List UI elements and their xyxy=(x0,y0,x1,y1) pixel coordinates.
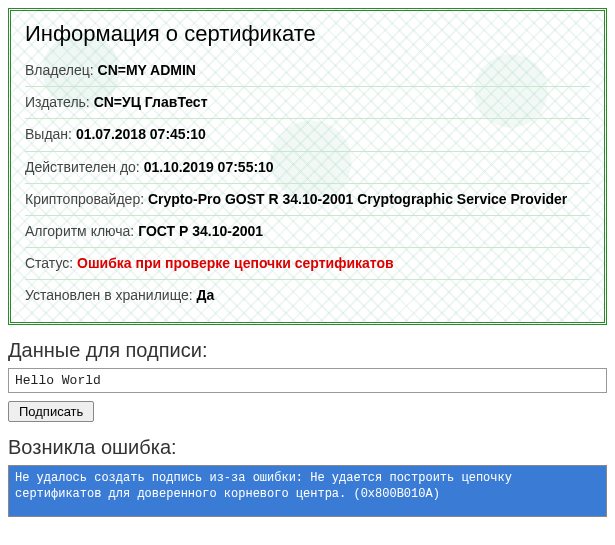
status-field: Статус: Ошибка при проверке цепочки серт… xyxy=(25,248,590,280)
error-heading: Возникла ошибка: xyxy=(8,436,607,459)
installed-field: Установлен в хранилище: Да xyxy=(25,280,590,311)
certificate-title: Информация о сертификате xyxy=(25,21,590,47)
owner-label: Владелец: xyxy=(25,62,98,78)
sign-data-heading: Данные для подписи: xyxy=(8,339,607,362)
issuer-field: Издатель: CN=УЦ ГлавТест xyxy=(25,87,590,119)
issued-field: Выдан: 01.07.2018 07:45:10 xyxy=(25,119,590,151)
valid-to-value: 01.10.2019 07:55:10 xyxy=(144,159,274,175)
status-label: Статус: xyxy=(25,255,77,271)
sign-data-input[interactable] xyxy=(8,368,607,393)
issuer-label: Издатель: xyxy=(25,94,94,110)
provider-field: Криптопровайдер: Crypto-Pro GOST R 34.10… xyxy=(25,184,590,216)
algo-value: ГОСТ Р 34.10-2001 xyxy=(138,223,263,239)
provider-value: Crypto-Pro GOST R 34.10-2001 Cryptograph… xyxy=(148,191,567,207)
valid-to-field: Действителен до: 01.10.2019 07:55:10 xyxy=(25,152,590,184)
error-output[interactable]: Не удалось создать подпись из-за ошибки:… xyxy=(8,465,607,517)
issuer-value: CN=УЦ ГлавТест xyxy=(94,94,208,110)
installed-value: Да xyxy=(197,287,215,303)
status-value: Ошибка при проверке цепочки сертификатов xyxy=(77,255,394,271)
sign-button[interactable]: Подписать xyxy=(8,401,94,422)
issued-value: 01.07.2018 07:45:10 xyxy=(76,126,206,142)
owner-value: CN=MY ADMIN xyxy=(98,62,196,78)
valid-to-label: Действителен до: xyxy=(25,159,144,175)
certificate-info-panel: Информация о сертификате Владелец: CN=MY… xyxy=(8,8,607,325)
provider-label: Криптопровайдер: xyxy=(25,191,148,207)
installed-label: Установлен в хранилище: xyxy=(25,287,197,303)
error-message-text: Не удалось создать подпись из-за ошибки:… xyxy=(15,471,512,501)
algo-label: Алгоритм ключа: xyxy=(25,223,138,239)
owner-field: Владелец: CN=MY ADMIN xyxy=(25,55,590,87)
issued-label: Выдан: xyxy=(25,126,76,142)
algo-field: Алгоритм ключа: ГОСТ Р 34.10-2001 xyxy=(25,216,590,248)
